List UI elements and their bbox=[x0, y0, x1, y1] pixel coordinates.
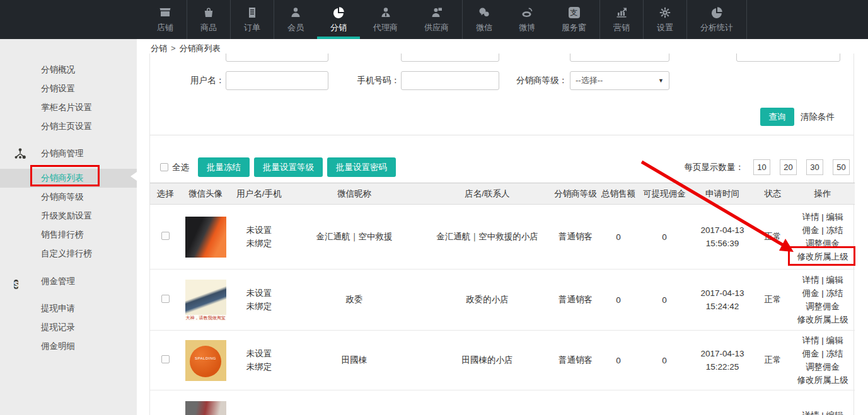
nav-item-marketing[interactable]: 营销 bbox=[599, 0, 643, 39]
nickname-cell bbox=[287, 390, 421, 415]
sidebar-item-homepage-settings[interactable]: 分销主页设置 bbox=[0, 117, 137, 136]
nav-item-agents[interactable]: 代理商 bbox=[360, 0, 411, 39]
nav-item-orders[interactable]: 订单 bbox=[230, 0, 274, 39]
commission-cell: 0 bbox=[639, 270, 690, 331]
status-cell bbox=[755, 390, 790, 415]
nav-item-suppliers[interactable]: 供应商 bbox=[411, 0, 462, 39]
nav-item-members[interactable]: 会员 bbox=[274, 0, 317, 39]
page-size-group: 每页显示数量： 10 20 30 50 bbox=[685, 159, 850, 175]
level-cell: 普通销客 bbox=[553, 270, 598, 331]
action-detail-edit[interactable]: 详情 | 编辑 bbox=[790, 210, 855, 224]
nav-item-settings[interactable]: 设置 bbox=[643, 0, 686, 39]
user-status: 未绑定 bbox=[231, 300, 287, 313]
sales-cell: 0 bbox=[598, 270, 639, 331]
action-commission-freeze[interactable]: 佣金 | 冻结 bbox=[790, 224, 855, 237]
nav-item-service-window[interactable]: 支 服务窗 bbox=[548, 0, 599, 39]
filter-and-table-panel: 用户名： 手机号码： 分销商等级： --选择-- ▼ 查询 清除条件 全选 批量… bbox=[149, 54, 854, 415]
row-checkbox[interactable] bbox=[161, 295, 170, 303]
action-change-parent[interactable]: 修改所属上级 bbox=[790, 250, 855, 263]
nav-item-weibo[interactable]: 微博 bbox=[506, 0, 548, 39]
nav-item-label: 分销 bbox=[330, 22, 347, 33]
level-cell bbox=[553, 390, 598, 415]
action-commission-freeze[interactable]: 佣金 | 冻结 bbox=[790, 347, 855, 360]
nav-item-shop[interactable]: 店铺 bbox=[144, 0, 187, 39]
page-size-20[interactable]: 20 bbox=[780, 159, 797, 175]
row-checkbox[interactable] bbox=[161, 232, 170, 240]
commission-cell: 0 bbox=[639, 205, 690, 270]
nav-item-label: 分析统计 bbox=[700, 22, 733, 33]
page-size-10[interactable]: 10 bbox=[753, 159, 770, 175]
row-checkbox[interactable] bbox=[161, 355, 170, 363]
nav-item-label: 会员 bbox=[287, 22, 304, 33]
action-change-parent[interactable]: 修改所属上级 bbox=[790, 373, 855, 387]
batch-set-level-button[interactable]: 批量设置等级 bbox=[254, 157, 323, 177]
table-row: 未设置未绑定 金汇通航｜空中救援 金汇通航｜空中救援的小店 普通销客 0 0 2… bbox=[150, 205, 855, 270]
header-username: 用户名/手机 bbox=[231, 183, 287, 205]
nav-item-goods[interactable]: 商品 bbox=[187, 0, 230, 39]
sidebar-item-withdraw-record[interactable]: 提现记录 bbox=[0, 318, 137, 337]
table-header-row: 选择 微信头像 用户名/手机 微信昵称 店名/联系人 分销商等级 总销售额 可提… bbox=[150, 183, 855, 205]
level-select[interactable]: --选择-- ▼ bbox=[570, 71, 669, 90]
action-adjust-commission[interactable]: 调整佣金 bbox=[790, 360, 855, 373]
breadcrumb-root[interactable]: 分销 bbox=[151, 43, 167, 53]
settings-icon bbox=[659, 5, 671, 20]
sidebar: 分销概况 分销设置 掌柜名片设置 分销主页设置 分销商管理 分销商列表 分销商等… bbox=[0, 39, 137, 415]
table-toolbar: 全选 批量冻结 批量设置等级 批量设置密码 每页显示数量： 10 20 30 5… bbox=[150, 135, 854, 183]
phone-input[interactable] bbox=[401, 71, 499, 90]
suppliers-icon bbox=[431, 5, 443, 20]
action-commission-freeze[interactable]: 佣金 | 冻结 bbox=[790, 287, 855, 300]
user-status: 未绑定 bbox=[231, 360, 287, 373]
sidebar-item-card-settings[interactable]: 掌柜名片设置 bbox=[0, 98, 137, 117]
shop-cell: 金汇通航｜空中救援的小店 bbox=[421, 205, 553, 270]
select-all-checkbox[interactable] bbox=[160, 163, 168, 171]
level-cell: 普通销客 bbox=[553, 205, 598, 270]
apply-time: 15:22:25 bbox=[690, 360, 755, 373]
clear-filters-link[interactable]: 清除条件 bbox=[801, 111, 835, 123]
batch-freeze-button[interactable]: 批量冻结 bbox=[198, 157, 250, 177]
username-input[interactable] bbox=[226, 71, 328, 90]
analytics-icon bbox=[710, 5, 723, 20]
level-select-value: --选择-- bbox=[576, 76, 603, 85]
action-detail-edit[interactable]: 详情 | 编辑 bbox=[790, 409, 855, 415]
batch-set-password-button[interactable]: 批量设置密码 bbox=[327, 157, 396, 177]
sidebar-item-commission-detail[interactable]: 佣金明细 bbox=[0, 337, 137, 356]
action-detail-edit[interactable]: 详情 | 编辑 bbox=[790, 273, 855, 287]
user-status: 未设置 bbox=[231, 347, 287, 360]
header-avatar: 微信头像 bbox=[180, 183, 231, 205]
phone-label: 手机号码： bbox=[327, 71, 400, 90]
table-row: 大神，请教我做淘宝 未设置未绑定 政委 政委的小店 普通销客 0 0 2017-… bbox=[150, 270, 855, 331]
wechat-avatar: 大神，请教我做淘宝 bbox=[185, 280, 226, 321]
dollar-icon: $ bbox=[14, 275, 26, 288]
action-adjust-commission[interactable]: 调整佣金 bbox=[790, 300, 855, 313]
nav-item-distribution[interactable]: 分销 bbox=[317, 0, 360, 39]
action-adjust-commission[interactable]: 调整佣金 bbox=[790, 237, 855, 250]
sidebar-item-sales-ranking[interactable]: 销售排行榜 bbox=[0, 225, 137, 244]
apply-date: 2017-04-13 bbox=[690, 347, 755, 360]
sidebar-item-settings[interactable]: 分销设置 bbox=[0, 79, 137, 98]
sidebar-item-custom-ranking[interactable]: 自定义排行榜 bbox=[0, 244, 137, 263]
status-cell: 正常 bbox=[755, 331, 790, 390]
action-change-parent[interactable]: 修改所属上级 bbox=[790, 313, 855, 326]
sidebar-item-withdraw-apply[interactable]: 提现申请 bbox=[0, 299, 137, 318]
sidebar-section-commission-mgmt[interactable]: $ 佣金管理 bbox=[0, 272, 137, 291]
commission-cell: 0 bbox=[639, 331, 690, 390]
nav-item-wechat[interactable]: 微信 bbox=[462, 0, 506, 39]
sales-cell: 0 bbox=[598, 205, 639, 270]
page-size-50[interactable]: 50 bbox=[833, 159, 850, 175]
level-cell: 普通销客 bbox=[553, 331, 598, 390]
sidebar-item-upgrade-reward[interactable]: 升级奖励设置 bbox=[0, 207, 137, 225]
level-label: 分销商等级： bbox=[494, 71, 567, 90]
sidebar-item-overview[interactable]: 分销概况 bbox=[0, 60, 137, 79]
search-button[interactable]: 查询 bbox=[760, 108, 794, 126]
nav-item-analytics[interactable]: 分析统计 bbox=[686, 0, 746, 39]
filter-section: 用户名： 手机号码： 分销商等级： --选择-- ▼ 查询 清除条件 bbox=[150, 54, 854, 135]
action-detail-edit[interactable]: 详情 | 编辑 bbox=[790, 334, 855, 347]
page-size-label: 每页显示数量： bbox=[685, 162, 744, 173]
service-window-icon: 支 bbox=[569, 5, 580, 20]
sidebar-section-distributor-mgmt[interactable]: 分销商管理 bbox=[0, 144, 137, 163]
page-size-30[interactable]: 30 bbox=[806, 159, 823, 175]
sidebar-item-distributor-level[interactable]: 分销商等级 bbox=[0, 188, 137, 207]
distributor-table: 选择 微信头像 用户名/手机 微信昵称 店名/联系人 分销商等级 总销售额 可提… bbox=[150, 183, 855, 415]
sidebar-item-distributor-list[interactable]: 分销商列表 bbox=[0, 169, 137, 188]
breadcrumb-separator: > bbox=[171, 43, 176, 53]
